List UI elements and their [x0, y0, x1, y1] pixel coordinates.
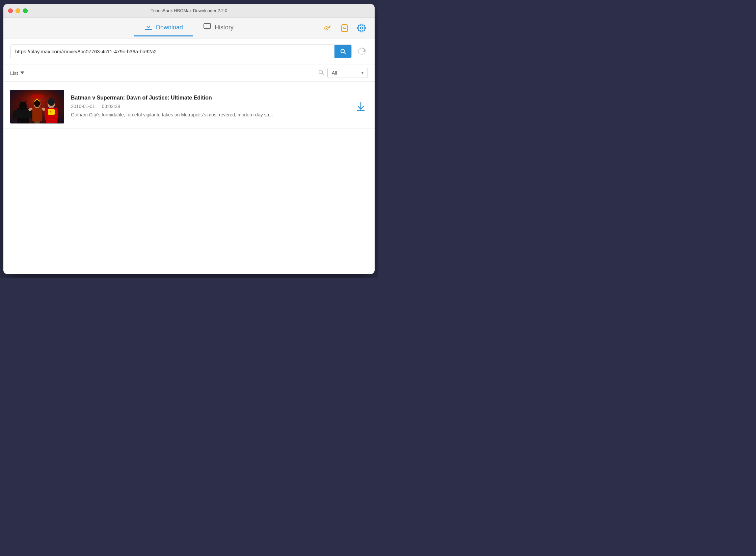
- svg-line-16: [322, 73, 323, 75]
- search-input-wrapper: [10, 45, 352, 58]
- svg-rect-25: [32, 107, 42, 121]
- close-button[interactable]: [8, 8, 13, 13]
- title-bar: TunesBank HBOMax Downloader 2.2.0: [3, 4, 375, 18]
- filter-search-icon[interactable]: [318, 69, 324, 77]
- svg-line-12: [344, 52, 345, 54]
- download-tab-icon: [144, 23, 153, 32]
- traffic-lights: [8, 8, 28, 13]
- key-button[interactable]: [321, 22, 334, 34]
- filter-select[interactable]: All Movie Series: [327, 68, 368, 78]
- svg-line-6: [330, 26, 330, 27]
- search-button[interactable]: [334, 45, 351, 58]
- tab-download[interactable]: Download: [134, 20, 193, 36]
- list-label: List: [10, 70, 18, 76]
- history-tab-label: History: [215, 24, 234, 31]
- list-view-button[interactable]: List: [10, 70, 25, 76]
- svg-text:S: S: [50, 110, 53, 114]
- table-row: S Batman v Superman: Dawn of Justice: Ul…: [3, 85, 375, 129]
- history-tab-icon: [203, 23, 211, 32]
- filter-wrapper: All Movie Series ▼: [327, 68, 368, 78]
- cart-button[interactable]: [338, 22, 351, 34]
- sort-icon: [20, 71, 25, 75]
- minimize-button[interactable]: [16, 8, 20, 13]
- settings-button[interactable]: [355, 22, 368, 34]
- movie-meta: 2016-01-01 03:02:29: [71, 104, 347, 109]
- nav-tabs: Download History: [134, 20, 244, 36]
- toolbar: List All Movie Series ▼: [3, 64, 375, 82]
- url-input[interactable]: [10, 45, 334, 58]
- download-icon: [355, 101, 366, 112]
- nav-right: [321, 22, 368, 34]
- refresh-button[interactable]: [356, 45, 368, 57]
- download-tab-label: Download: [156, 24, 183, 31]
- search-area: [3, 38, 375, 64]
- movie-date: 2016-01-01: [71, 104, 95, 109]
- search-icon: [340, 48, 346, 54]
- movie-title: Batman v Superman: Dawn of Justice: Ulti…: [71, 95, 347, 101]
- svg-point-10: [360, 27, 363, 29]
- app-window: TunesBank HBOMax Downloader 2.2.0 Downlo…: [3, 4, 375, 274]
- maximize-button[interactable]: [23, 8, 28, 13]
- svg-rect-1: [204, 24, 211, 28]
- top-nav: Download History: [3, 18, 375, 38]
- tab-history[interactable]: History: [193, 20, 244, 36]
- svg-marker-14: [21, 72, 24, 74]
- svg-rect-0: [145, 29, 152, 30]
- movie-list: S Batman v Superman: Dawn of Justice: Ul…: [3, 82, 375, 274]
- svg-line-7: [329, 27, 330, 28]
- movie-description: Gotham City's formidable, forceful vigil…: [71, 112, 347, 118]
- movie-duration: 03:02:29: [102, 104, 120, 109]
- movie-thumbnail: S: [10, 90, 64, 123]
- movie-info: Batman v Superman: Dawn of Justice: Ulti…: [71, 95, 347, 118]
- movie-download-button[interactable]: [354, 100, 368, 114]
- main-content: List All Movie Series ▼: [3, 38, 375, 274]
- svg-point-8: [326, 28, 327, 29]
- window-title: TunesBank HBOMax Downloader 2.2.0: [151, 8, 227, 13]
